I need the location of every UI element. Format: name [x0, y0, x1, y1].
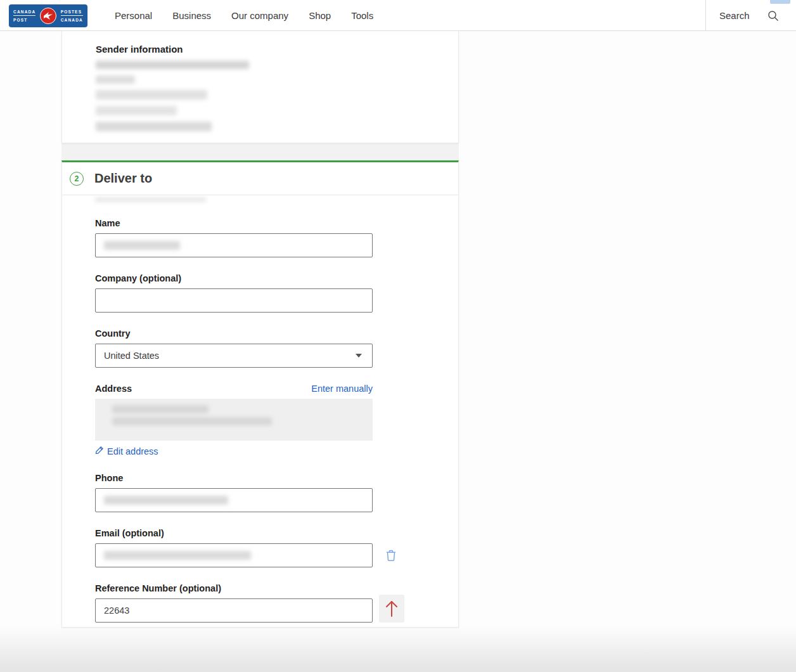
company-label: Company (optional): [95, 273, 373, 283]
redacted-text-line: [112, 405, 209, 413]
deliver-to-card: 2 Deliver to Name Company (optional): [61, 160, 459, 628]
edit-address-link[interactable]: Edit address: [107, 446, 158, 456]
country-field-group: Country United States: [95, 328, 373, 368]
browser-artifact-bar: [770, 0, 790, 4]
logo-text-left: CANADA POST: [13, 10, 35, 22]
phone-input-wrap: [95, 488, 373, 512]
deliver-to-form: Name Company (optional) Country United S…: [62, 197, 458, 623]
reference-label: Reference Number (optional): [95, 583, 373, 593]
name-redacted-value: [104, 241, 180, 250]
step-number-badge: 2: [70, 172, 84, 186]
address-field-group: Address Enter manually Edit address: [95, 384, 373, 457]
country-label: Country: [95, 328, 373, 339]
logo-word: CANADA: [13, 10, 35, 16]
scroll-to-top-button[interactable]: [379, 595, 404, 623]
name-label: Name: [95, 218, 373, 228]
deliver-to-header: 2 Deliver to: [62, 162, 458, 195]
phone-label: Phone: [95, 473, 373, 483]
reference-field-group: Reference Number (optional): [95, 583, 373, 623]
enter-manually-link[interactable]: Enter manually: [311, 384, 373, 394]
redacted-text-line: [96, 122, 212, 131]
chevron-down-icon: [356, 354, 362, 358]
email-field-group: Email (optional): [95, 528, 373, 567]
redacted-text-line: [96, 61, 249, 69]
email-label: Email (optional): [95, 528, 373, 538]
content-column: Sender information 2 Deliver to Name: [61, 31, 459, 628]
address-label: Address: [95, 384, 132, 394]
phone-redacted-value: [104, 496, 228, 505]
page: CANADA POST POSTES CANADA Personal Busin…: [0, 0, 796, 672]
logo-text-right: POSTES CANADA: [61, 10, 83, 22]
redacted-text-line: [96, 106, 177, 115]
email-input-wrap: [95, 543, 373, 567]
logo-word: POSTES: [61, 10, 83, 16]
redacted-smudge: [95, 197, 206, 202]
nav-item-personal[interactable]: Personal: [115, 10, 152, 21]
company-field-group: Company (optional): [95, 273, 373, 313]
address-head-row: Address Enter manually: [95, 384, 373, 394]
country-select[interactable]: United States: [95, 344, 373, 368]
search-link[interactable]: Search: [719, 10, 750, 21]
sender-information-title: Sender information: [96, 44, 433, 55]
name-input-wrap: [95, 233, 373, 257]
pencil-icon: [95, 446, 104, 457]
top-navigation-bar: CANADA POST POSTES CANADA Personal Busin…: [0, 0, 796, 31]
address-display-box: [95, 399, 373, 441]
deliver-to-title: Deliver to: [94, 171, 152, 186]
redacted-text-line: [96, 90, 207, 100]
country-selected-value: United States: [104, 351, 159, 361]
name-field-group: Name: [95, 218, 373, 257]
sender-redacted-details: [96, 61, 433, 131]
reference-input[interactable]: [95, 598, 373, 623]
redacted-text-line: [96, 75, 135, 84]
nav-item-shop[interactable]: Shop: [309, 10, 331, 21]
nav-item-tools[interactable]: Tools: [351, 10, 373, 21]
delete-email-button[interactable]: [384, 549, 398, 563]
sender-information-card: Sender information: [61, 31, 459, 143]
logo-word: POST: [13, 18, 35, 22]
phone-field-group: Phone: [95, 473, 373, 512]
page-bottom-fade: [0, 626, 796, 672]
search-zone: Search: [705, 0, 796, 31]
edit-address-row[interactable]: Edit address: [95, 446, 373, 457]
main-nav: Personal Business Our company Shop Tools: [115, 0, 394, 31]
canada-post-logo[interactable]: CANADA POST POSTES CANADA: [9, 4, 87, 27]
search-icon[interactable]: [767, 10, 779, 24]
company-input[interactable]: [95, 288, 373, 313]
canada-post-wing-icon: [40, 8, 56, 24]
nav-item-business[interactable]: Business: [172, 10, 211, 21]
logo-word: CANADA: [61, 18, 83, 22]
email-redacted-value: [104, 551, 251, 560]
redacted-text-line: [112, 417, 272, 425]
nav-item-our-company[interactable]: Our company: [231, 10, 288, 21]
